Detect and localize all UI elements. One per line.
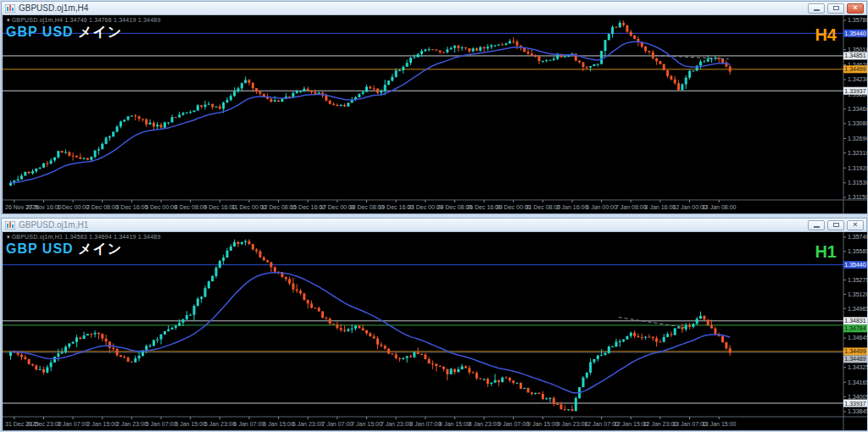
- timeframe-badge-h4: H4: [815, 25, 837, 45]
- svg-text:1.34165: 1.34165: [848, 379, 867, 385]
- candlestick-chart-h1[interactable]: 1.357401.355851.354301.352751.351201.349…: [3, 232, 867, 430]
- window-title: GBPUSD.oj1m,H1: [19, 220, 805, 230]
- svg-text:9 Jan 15:00: 9 Jan 15:00: [527, 421, 559, 427]
- close-icon: ×: [853, 221, 857, 229]
- svg-text:1.31530: 1.31530: [848, 180, 867, 186]
- svg-text:2 Jan 23:00: 2 Jan 23:00: [116, 421, 147, 427]
- close-icon: ×: [853, 4, 857, 12]
- timeframe-badge-h1: H1: [815, 242, 837, 262]
- svg-text:1.34831: 1.34831: [844, 318, 865, 324]
- svg-text:9 Jan 23:00: 9 Jan 23:00: [557, 421, 588, 427]
- ohlc-info-text: GBPUSD.oj1m,H4 1.34746 1.34768 1.34419 1…: [12, 17, 161, 23]
- symbol-watermark: GBP USD メイン: [6, 24, 122, 42]
- ohlc-info-line: ▾GBPUSD.oj1m,H1 1.34583 1.34694 1.34419 …: [7, 234, 160, 241]
- ohlc-info-text: GBPUSD.oj1m,H1 1.34583 1.34694 1.34419 1…: [12, 234, 161, 240]
- svg-text:7 Jan 08:00: 7 Jan 08:00: [615, 204, 647, 210]
- chart-area-h4[interactable]: 1.357801.353901.350101.346201.342301.338…: [3, 15, 865, 213]
- chart-window-h4: GBPUSD.oj1m,H4 × 1.357801.353901.350101.…: [1, 1, 867, 214]
- restore-button[interactable]: [827, 3, 844, 14]
- chart-window-icon: [5, 4, 15, 13]
- svg-text:1.35010: 1.35010: [848, 47, 867, 53]
- svg-text:1.35120: 1.35120: [848, 291, 867, 297]
- svg-text:7 Jan 07:00: 7 Jan 07:00: [322, 421, 353, 427]
- symbol-dropdown-icon[interactable]: ▾: [7, 234, 10, 240]
- svg-text:1.34851: 1.34851: [844, 53, 865, 58]
- svg-text:6 Jan 07:00: 6 Jan 07:00: [234, 421, 265, 427]
- svg-text:6 Jan 00:00: 6 Jan 00:00: [586, 204, 617, 210]
- ohlc-info-line: ▾GBPUSD.oj1m,H4 1.34746 1.34768 1.34419 …: [7, 17, 160, 24]
- svg-text:8 Jan 16:00: 8 Jan 16:00: [645, 204, 676, 210]
- window-titlebar-h1[interactable]: GBPUSD.oj1m,H1 ×: [2, 219, 866, 232]
- svg-text:1.33460: 1.33460: [848, 106, 867, 112]
- svg-text:1.34645: 1.34645: [848, 335, 867, 341]
- svg-text:31 Dec 08:00: 31 Dec 08:00: [526, 204, 561, 210]
- svg-text:1.34230: 1.34230: [848, 76, 867, 82]
- svg-text:8 Jan 23:00: 8 Jan 23:00: [469, 421, 500, 427]
- minimize-icon: [814, 226, 820, 228]
- svg-text:1.31920: 1.31920: [848, 165, 867, 171]
- svg-text:1.34965: 1.34965: [848, 306, 867, 312]
- svg-text:1.35740: 1.35740: [848, 234, 867, 240]
- svg-text:5 Jan 15:00: 5 Jan 15:00: [175, 421, 206, 427]
- svg-text:8 Jan 07:00: 8 Jan 07:00: [410, 421, 442, 427]
- svg-text:2 Dec 08:00: 2 Dec 08:00: [86, 204, 119, 210]
- symbol-name-suffix: メイン: [78, 25, 122, 39]
- svg-text:7 Jan 23:00: 7 Jan 23:00: [381, 421, 412, 427]
- svg-text:6 Jan 23:00: 6 Jan 23:00: [292, 421, 324, 427]
- svg-text:1.34499: 1.34499: [844, 348, 865, 354]
- svg-text:5 Jan 07:00: 5 Jan 07:00: [146, 421, 177, 427]
- restore-button[interactable]: [827, 220, 844, 230]
- svg-text:1.34499: 1.34499: [844, 66, 865, 72]
- svg-text:1.35780: 1.35780: [848, 17, 867, 23]
- svg-text:8 Jan 15:00: 8 Jan 15:00: [439, 421, 470, 427]
- minimize-button[interactable]: [808, 220, 825, 230]
- svg-text:1.34784: 1.34784: [844, 325, 865, 331]
- close-button[interactable]: ×: [847, 3, 864, 14]
- svg-text:2 Jan 07:00: 2 Jan 07:00: [58, 421, 89, 427]
- close-button[interactable]: ×: [847, 220, 864, 230]
- minimize-icon: [814, 9, 820, 11]
- svg-text:13 Jan 15:00: 13 Jan 15:00: [702, 421, 737, 427]
- restore-icon: [833, 223, 839, 227]
- svg-text:1 Dec 00:00: 1 Dec 00:00: [57, 204, 89, 210]
- window-title: GBPUSD.oj1m,H4: [19, 3, 805, 13]
- svg-text:1.35585: 1.35585: [848, 248, 867, 254]
- svg-text:1.32310: 1.32310: [848, 150, 867, 156]
- restore-icon: [833, 6, 839, 10]
- svg-text:1.31150: 1.31150: [848, 194, 867, 200]
- chart-area-h1[interactable]: 1.357401.355851.354301.352751.351201.349…: [3, 232, 865, 429]
- svg-text:27 Nov 16:00: 27 Nov 16:00: [26, 204, 62, 210]
- symbol-name-suffix: メイン: [78, 241, 122, 256]
- svg-text:1.34489: 1.34489: [844, 356, 865, 362]
- chart-window-icon: [5, 221, 15, 230]
- svg-text:8 Dec 08:00: 8 Dec 08:00: [175, 204, 207, 210]
- symbol-dropdown-icon[interactable]: ▾: [7, 17, 10, 23]
- svg-text:1.35275: 1.35275: [848, 277, 867, 283]
- svg-text:9 Jan 07:00: 9 Jan 07:00: [498, 421, 529, 427]
- svg-text:1.33080: 1.33080: [848, 120, 867, 126]
- svg-text:31 Dec 23:00: 31 Dec 23:00: [26, 421, 62, 427]
- candlestick-chart-h4[interactable]: 1.357801.353901.350101.346201.342301.338…: [3, 15, 867, 213]
- symbol-name: GBP USD: [6, 25, 74, 39]
- svg-text:1.32690: 1.32690: [848, 136, 867, 141]
- svg-text:5 Dec 00:00: 5 Dec 00:00: [145, 204, 177, 210]
- svg-text:3 Dec 16:00: 3 Dec 16:00: [116, 204, 148, 210]
- svg-text:1.33845: 1.33845: [848, 408, 867, 414]
- minimize-button[interactable]: [808, 3, 825, 14]
- svg-text:6 Jan 15:00: 6 Jan 15:00: [263, 421, 294, 427]
- chart-window-h1: GBPUSD.oj1m,H1 × 1.357401.355851.354301.…: [1, 218, 867, 431]
- svg-text:1.33937: 1.33937: [844, 401, 865, 407]
- svg-text:5 Jan 23:00: 5 Jan 23:00: [204, 421, 236, 427]
- svg-text:13 Jan 08:00: 13 Jan 08:00: [702, 204, 737, 210]
- symbol-name: GBP USD: [6, 241, 74, 256]
- svg-text:1.35440: 1.35440: [844, 30, 865, 36]
- window-titlebar-h4[interactable]: GBPUSD.oj1m,H4 ×: [2, 2, 866, 15]
- svg-text:7 Jan 15:00: 7 Jan 15:00: [351, 421, 382, 427]
- svg-text:2 Jan 15:00: 2 Jan 15:00: [87, 421, 119, 427]
- svg-text:1.35440: 1.35440: [844, 262, 865, 268]
- svg-text:2 Jan 16:00: 2 Jan 16:00: [557, 204, 588, 210]
- svg-text:1.34325: 1.34325: [848, 364, 867, 370]
- symbol-watermark: GBP USD メイン: [6, 241, 122, 258]
- svg-text:1.33937: 1.33937: [844, 88, 865, 94]
- svg-text:1.34005: 1.34005: [848, 394, 867, 400]
